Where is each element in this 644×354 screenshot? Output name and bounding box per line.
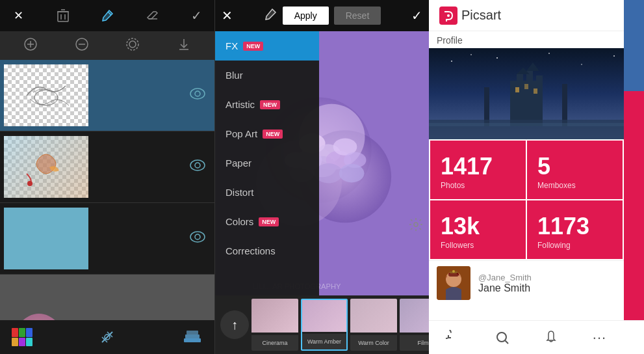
layer-visibility-icon[interactable] [185, 226, 211, 251]
color-palette-button[interactable] [10, 325, 34, 349]
subtract-layer-btn[interactable] [70, 34, 94, 57]
fx-confirm-icon[interactable]: ✓ [411, 8, 422, 23]
following-stat-tile[interactable]: 1173 Following [527, 200, 623, 259]
fx-menu-item-distort[interactable]: Distort [215, 178, 319, 207]
layer-item[interactable] [0, 203, 214, 275]
fx-menu-item-colors[interactable]: Colors NEW [215, 207, 319, 236]
refresh-nav-icon[interactable] [441, 325, 467, 351]
followers-stat-tile[interactable]: 13k Followers [430, 200, 526, 259]
fx-menu-item-artistic[interactable]: Artistic NEW [215, 90, 319, 119]
layer-visibility-icon[interactable] [185, 83, 211, 108]
svg-rect-25 [184, 338, 201, 342]
reset-button[interactable]: Reset [334, 7, 381, 25]
svg-rect-63 [524, 84, 528, 89]
svg-point-21 [195, 163, 200, 168]
layers-actions-toolbar [0, 31, 214, 60]
confirm-icon[interactable]: ✓ [186, 5, 207, 26]
photos-stat-tile[interactable]: 1417 Photos [430, 141, 526, 199]
add-layer-btn[interactable] [18, 34, 43, 57]
main-canvas-area [0, 275, 214, 320]
fx-menu-item-blur[interactable]: Blur [215, 61, 319, 90]
svg-point-41 [339, 164, 365, 182]
memboxes-stat-tile[interactable]: 5 Memboxes [527, 141, 623, 199]
photos-count: 1417 [441, 155, 515, 178]
apply-button[interactable]: Apply [283, 7, 329, 25]
svg-point-52 [581, 64, 582, 65]
svg-rect-59 [536, 75, 543, 87]
svg-rect-57 [517, 74, 523, 87]
fx-settings-icon[interactable] [408, 217, 424, 236]
fx-menu-item-corrections[interactable]: Corrections [215, 236, 319, 266]
svg-point-20 [190, 160, 205, 170]
fx-upload-button[interactable]: ↑ [220, 310, 249, 339]
svg-rect-64 [534, 88, 537, 94]
followers-label: Followers [441, 241, 515, 250]
layer-item[interactable] [0, 60, 214, 131]
fx-preview-area: LILI... AR PHOTOGRAPHY FX NEW Blur Artis… [215, 31, 429, 295]
svg-point-13 [129, 41, 136, 48]
brush-icon[interactable] [97, 5, 118, 26]
layers-button[interactable] [181, 325, 204, 349]
followers-count: 13k [441, 215, 515, 238]
eraser-icon[interactable] [142, 5, 162, 26]
partial-red [624, 91, 644, 320]
fx-editor-panel: ✕ Apply Reset ✓ [214, 0, 429, 354]
delete-icon[interactable] [53, 5, 73, 26]
svg-rect-26 [185, 334, 200, 338]
download-layer-btn[interactable] [172, 34, 196, 57]
merge-layers-btn[interactable] [120, 34, 145, 57]
user-card[interactable]: @Jane_Smith Jane Smith [429, 260, 624, 305]
svg-point-51 [548, 53, 550, 54]
svg-point-23 [195, 234, 200, 239]
fx-menu-item-paper[interactable]: Paper [215, 148, 319, 178]
picsart-logo: Picsart [439, 7, 501, 25]
svg-rect-62 [515, 87, 519, 92]
layer-item[interactable] [0, 131, 214, 203]
photos-label: Photos [441, 181, 515, 190]
svg-rect-66 [429, 123, 624, 126]
svg-point-16 [34, 90, 58, 105]
brush-tool-icon[interactable] [263, 7, 277, 25]
layer-thumbnail [4, 136, 88, 198]
city-banner-image [429, 48, 624, 139]
layer-visibility-icon[interactable] [185, 154, 211, 180]
following-label: Following [537, 241, 612, 250]
svg-point-17 [190, 88, 205, 99]
user-handle: @Jane_Smith [478, 273, 616, 282]
fx-filter-strip: ↑ Cinerama Warm Amber Warm Color NEW Fil… [215, 295, 429, 354]
profile-bottom-navbar: ··· [429, 320, 624, 354]
svg-point-50 [496, 57, 498, 59]
svg-rect-27 [187, 331, 198, 334]
fx-close-icon[interactable]: ✕ [222, 8, 233, 23]
svg-rect-0 [58, 12, 68, 21]
fx-filter-warm-amber[interactable]: Warm Amber [301, 299, 348, 351]
picsart-profile-panel: Picsart Profile [429, 0, 624, 354]
logo-icon [439, 7, 457, 25]
layers-list [0, 60, 214, 320]
fx-filter-label: Warm Amber [302, 334, 346, 349]
memboxes-label: Memboxes [537, 181, 612, 190]
svg-point-72 [497, 333, 506, 342]
fx-filter-film[interactable]: NEW Film [400, 299, 429, 351]
search-nav-icon[interactable] [489, 325, 515, 351]
svg-point-22 [190, 232, 205, 242]
close-icon[interactable]: ✕ [8, 5, 29, 26]
layer-editor-panel: ✕ ✓ [0, 0, 214, 354]
user-name: Jane Smith [478, 282, 616, 294]
svg-point-53 [613, 55, 615, 57]
more-nav-icon[interactable]: ··· [587, 325, 613, 351]
fx-filter-warm-color[interactable]: Warm Color [350, 299, 397, 351]
fx-menu-item-popart[interactable]: Pop Art NEW [215, 119, 319, 148]
fx-filter-cinerama[interactable]: Cinerama [251, 299, 298, 351]
profile-header: Picsart [429, 0, 624, 31]
svg-point-19 [27, 181, 32, 186]
right-partial-panel [624, 0, 644, 354]
bottom-toolbar [0, 320, 214, 354]
memboxes-count: 5 [537, 155, 612, 178]
notification-nav-icon[interactable] [538, 325, 564, 351]
fx-top-toolbar: ✕ Apply Reset ✓ [215, 0, 429, 31]
sketch-tool-button[interactable] [96, 325, 119, 349]
layer-thumbnail [4, 208, 88, 269]
layer-top-toolbar: ✕ ✓ [0, 0, 214, 31]
fx-menu-item-fx[interactable]: FX NEW [215, 31, 319, 61]
